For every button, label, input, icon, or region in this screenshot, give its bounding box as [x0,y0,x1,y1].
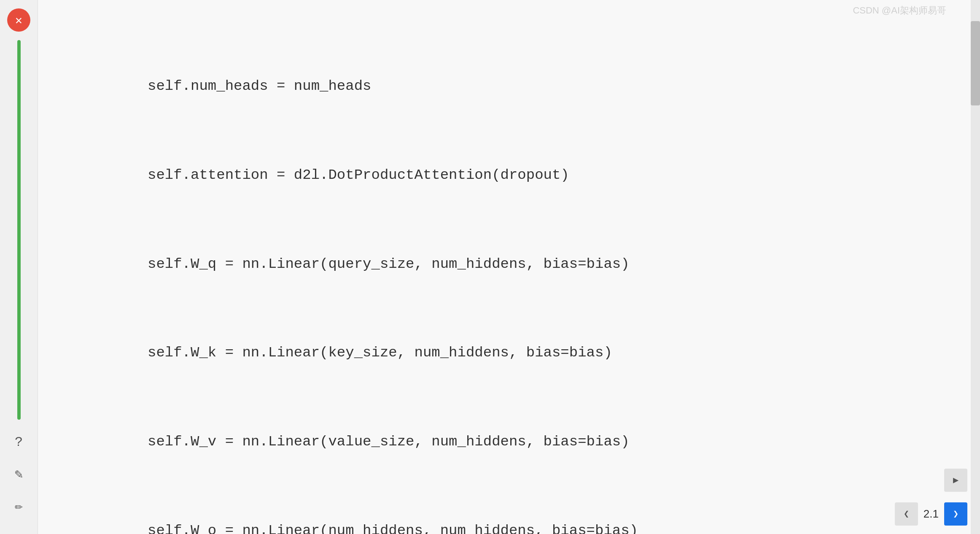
scroll-up-button[interactable]: ▶ [944,469,967,492]
green-bar [17,40,21,420]
prev-page-button[interactable]: ❮ [895,502,918,526]
code-line-4: self.W_k = nn.Linear(key_size, num_hidde… [55,342,955,364]
sidebar-bottom: ? ✎ ✏ [7,431,30,526]
code-block: self.num_heads = num_heads self.attentio… [55,8,955,534]
watermark: CSDN @AI架构师易哥 [853,4,946,17]
close-icon: ✕ [15,13,22,27]
next-page-button[interactable]: ❯ [944,502,967,526]
right-arrow-icon: ❯ [953,508,958,520]
code-line-2: self.attention = d2l.DotProductAttention… [55,164,955,186]
sidebar-top: ✕ [7,8,30,420]
left-arrow-icon: ❮ [904,508,909,520]
code-line-6: self.W_o = nn.Linear(num_hiddens, num_hi… [55,520,955,534]
code-line-3: self.W_q = nn.Linear(query_size, num_hid… [55,253,955,275]
scrollbar[interactable] [971,0,980,534]
scroll-up-icon: ▶ [953,475,958,486]
left-sidebar: ✕ ? ✎ ✏ [0,0,38,534]
nav-controls: ❮ 2.1 ❯ [895,502,967,526]
close-button[interactable]: ✕ [7,8,30,32]
help-button[interactable]: ? [7,431,30,454]
code-line-5: self.W_v = nn.Linear(value_size, num_hid… [55,431,955,453]
code-line-1: self.num_heads = num_heads [55,75,955,97]
edit-button[interactable]: ✎ [7,462,30,485]
page-indicator: 2.1 [920,507,942,521]
pencil-icon: ✏ [15,497,23,514]
pencil-button[interactable]: ✏ [7,494,30,517]
help-icon: ? [15,434,23,450]
edit-icon: ✎ [15,466,23,483]
scrollbar-thumb[interactable] [971,21,980,105]
main-content: self.num_heads = num_heads self.attentio… [38,0,980,534]
code-container: self.num_heads = num_heads self.attentio… [38,0,980,534]
watermark-text: CSDN @AI架构师易哥 [853,5,946,16]
